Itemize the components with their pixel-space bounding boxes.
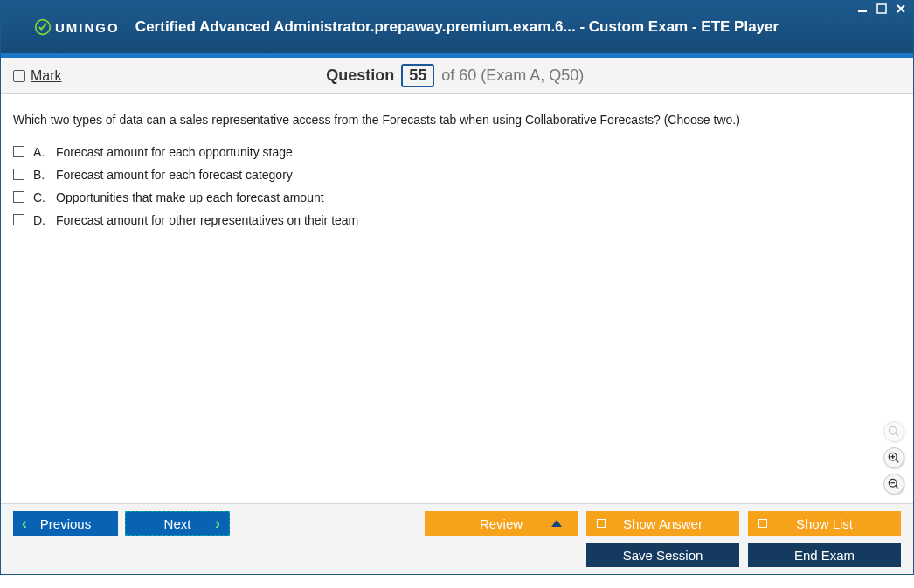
question-word: Question xyxy=(326,66,394,84)
action-buttons: Review Show Answer Show List xyxy=(425,511,901,536)
question-indicator: Question 55 of 60 (Exam A, Q50) xyxy=(62,64,848,87)
footer-row-2: Save Session End Exam xyxy=(13,543,901,567)
button-label: Show Answer xyxy=(623,516,703,531)
option-text: Forecast amount for each forecast catego… xyxy=(56,168,293,182)
window-controls xyxy=(855,3,908,15)
close-button[interactable] xyxy=(894,3,908,15)
logo-text: UMINGO xyxy=(55,20,120,35)
option-letter: D. xyxy=(33,213,47,227)
zoom-in-button[interactable] xyxy=(883,447,904,468)
zoom-controls xyxy=(883,421,904,495)
question-total: of 60 (Exam A, Q50) xyxy=(441,66,584,84)
question-number: 55 xyxy=(401,64,434,87)
option-c[interactable]: C. Opportunities that make up each forec… xyxy=(13,190,901,204)
title-bar: UMINGO Certified Advanced Administrator.… xyxy=(1,1,913,53)
button-label: Next xyxy=(164,516,191,531)
mark-label: Mark xyxy=(31,68,62,84)
show-list-button[interactable]: Show List xyxy=(748,511,901,536)
question-text: Which two types of data can a sales repr… xyxy=(13,112,901,129)
square-icon xyxy=(597,519,606,528)
button-label: End Exam xyxy=(794,548,855,563)
window-title: Certified Advanced Administrator.prepawa… xyxy=(135,18,779,36)
end-exam-button[interactable]: End Exam xyxy=(748,543,901,567)
button-label: Save Session xyxy=(623,548,703,563)
option-a[interactable]: A. Forecast amount for each opportunity … xyxy=(13,145,901,159)
mark-checkbox[interactable] xyxy=(13,70,25,82)
svg-rect-1 xyxy=(858,10,867,12)
checkbox-icon[interactable] xyxy=(13,214,24,225)
svg-line-6 xyxy=(896,460,899,463)
checkbox-icon[interactable] xyxy=(13,146,24,157)
save-session-button[interactable]: Save Session xyxy=(586,543,739,567)
option-letter: C. xyxy=(33,190,47,204)
previous-button[interactable]: Previous xyxy=(13,511,118,536)
zoom-in-icon xyxy=(888,452,900,464)
option-text: Forecast amount for each opportunity sta… xyxy=(56,145,293,159)
square-icon xyxy=(758,519,767,528)
app-window: UMINGO Certified Advanced Administrator.… xyxy=(0,0,914,575)
chevron-up-icon xyxy=(551,520,562,527)
show-answer-button[interactable]: Show Answer xyxy=(586,511,739,536)
content-area: Which two types of data can a sales repr… xyxy=(1,94,913,503)
option-text: Forecast amount for other representative… xyxy=(56,213,358,227)
minimize-button[interactable] xyxy=(855,3,869,15)
maximize-button[interactable] xyxy=(875,3,889,15)
option-b[interactable]: B. Forecast amount for each forecast cat… xyxy=(13,168,901,182)
app-logo: UMINGO xyxy=(34,18,120,36)
footer-row-1: Previous Next Review Show Answer Show Li… xyxy=(13,511,901,536)
option-letter: B. xyxy=(33,168,47,182)
answer-options: A. Forecast amount for each opportunity … xyxy=(13,145,901,227)
zoom-out-icon xyxy=(888,478,900,490)
svg-line-4 xyxy=(896,433,899,437)
checkbox-icon[interactable] xyxy=(13,169,24,180)
svg-line-10 xyxy=(896,486,899,489)
nav-buttons: Previous Next xyxy=(13,511,230,536)
review-button[interactable]: Review xyxy=(425,511,578,536)
question-bar: Mark Question 55 of 60 (Exam A, Q50) xyxy=(1,58,913,94)
next-button[interactable]: Next xyxy=(125,511,230,536)
button-label: Previous xyxy=(40,516,91,531)
option-letter: A. xyxy=(33,145,47,159)
option-text: Opportunities that make up each forecast… xyxy=(56,190,324,204)
mark-checkbox-wrap[interactable]: Mark xyxy=(13,68,62,84)
zoom-out-button[interactable] xyxy=(883,474,904,495)
checkbox-icon[interactable] xyxy=(13,191,24,203)
search-button[interactable] xyxy=(883,421,904,442)
button-label: Show List xyxy=(796,516,853,531)
check-icon xyxy=(34,18,52,36)
footer: Previous Next Review Show Answer Show Li… xyxy=(1,503,913,574)
svg-rect-2 xyxy=(877,4,886,13)
option-d[interactable]: D. Forecast amount for other representat… xyxy=(13,213,901,227)
button-label: Review xyxy=(480,516,523,531)
search-icon xyxy=(888,425,900,438)
